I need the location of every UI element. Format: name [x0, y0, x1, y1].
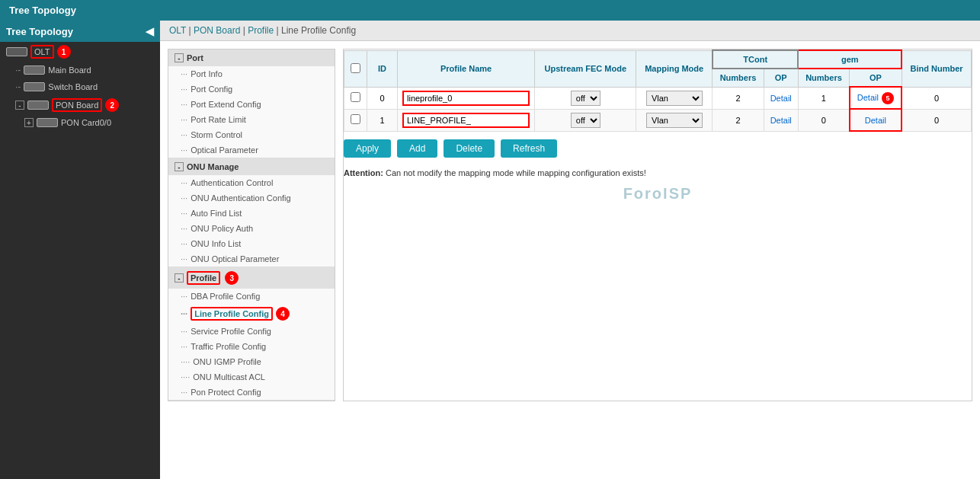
nav-port-extend-config[interactable]: ··· Port Extend Config [168, 97, 335, 112]
nav-onu-igmp-profile[interactable]: ···· ONU IGMP Profile [168, 354, 335, 369]
sidebar-collapse-button[interactable]: ◀ [146, 25, 154, 37]
port-expand-icon[interactable]: - [175, 53, 184, 62]
cell-gem-op-0[interactable]: Detail5 [850, 87, 902, 109]
nav-dot: ··· [181, 130, 187, 139]
cell-profile-name-1[interactable] [398, 109, 535, 131]
onu-manage-section-header: - ONU Manage [168, 158, 335, 175]
nav-line-profile-config[interactable]: ··· Line Profile Config 4 [168, 304, 335, 324]
tree-dot-icon2: ·- [15, 81, 21, 92]
tree-node-main-board[interactable]: ·- Main Board [0, 62, 160, 78]
sidebar: Tree Topology ◀ OLT 1 ·- Main Board ·- S… [0, 21, 160, 479]
mapping-select-0[interactable]: VlanGem PortTCI [646, 91, 703, 106]
nav-onu-auth-config-label: ONU Authentication Config [191, 193, 290, 203]
nav-port-rate-limit-label: Port Rate Limit [191, 115, 246, 124]
tcont-detail-link-1[interactable]: Detail [770, 116, 792, 125]
th-id-label: ID [378, 64, 386, 73]
app-header: Tree Topology [0, 0, 980, 21]
tree-node-olt[interactable]: OLT 1 [0, 42, 160, 62]
cell-fec-0[interactable]: offon [535, 87, 636, 109]
profile-section-header: - Profile 3 [168, 267, 335, 289]
add-button[interactable]: Add [397, 139, 437, 158]
nav-dot: ··· [181, 178, 187, 187]
cell-mapping-0[interactable]: VlanGem PortTCI [636, 87, 713, 109]
sidebar-title: Tree Topology [6, 26, 73, 37]
nav-port-config[interactable]: ··· Port Config [168, 81, 335, 97]
tree-node-switch-board[interactable]: ·- Switch Board [0, 78, 160, 95]
sidebar-header: Tree Topology ◀ [0, 21, 160, 42]
profile-name-input-0[interactable] [402, 91, 530, 106]
cell-tcont-op-1[interactable]: Detail [764, 109, 798, 131]
tree-node-pon-card[interactable]: + PON Card0/0 [0, 115, 160, 130]
nav-dot: ··· [181, 69, 187, 78]
breadcrumb-current: Line Profile Config [281, 25, 356, 36]
profile-expand-icon[interactable]: - [175, 273, 184, 283]
nav-auto-find-list[interactable]: ··· Auto Find List [168, 206, 335, 221]
breadcrumb-pon-board[interactable]: PON Board [194, 25, 240, 36]
row-checkbox-0[interactable] [351, 92, 360, 102]
cell-gem-op-1[interactable]: Detail [850, 109, 902, 131]
onu-manage-section: - ONU Manage ··· Authentication Control … [168, 158, 335, 267]
gem-detail-link-1[interactable]: Detail [865, 116, 886, 125]
nav-auth-control-label: Authentication Control [191, 178, 273, 187]
nav-onu-multicast-acl[interactable]: ···· ONU Multicast ACL [168, 369, 335, 385]
cell-fec-1[interactable]: offon [535, 109, 636, 131]
delete-button[interactable]: Delete [444, 139, 495, 158]
gem-detail-link-0[interactable]: Detail [857, 93, 879, 102]
apply-button[interactable]: Apply [344, 139, 391, 158]
row-checkbox-1[interactable] [351, 114, 360, 124]
nav-pon-protect-config[interactable]: ··· Pon Protect Config [168, 385, 335, 400]
nav-optical-parameter[interactable]: ··· Optical Parameter [168, 142, 335, 158]
tcont-detail-link-0[interactable]: Detail [770, 94, 792, 103]
nav-onu-policy-auth[interactable]: ··· ONU Policy Auth [168, 221, 335, 236]
cell-mapping-1[interactable]: VlanGem PortTCI [636, 109, 713, 131]
nav-dot: ··· [181, 327, 187, 336]
onu-manage-section-label: ONU Manage [187, 162, 239, 171]
nav-onu-info-list[interactable]: ··· ONU Info List [168, 236, 335, 251]
pon-board-expand-icon[interactable]: - [15, 101, 24, 110]
main-board-icon [24, 65, 45, 75]
nav-dot: ···· [181, 372, 190, 382]
action-buttons: Apply Add Delete Refresh [344, 132, 972, 165]
tree-node-pon-board[interactable]: - PON Board 2 [0, 95, 160, 115]
pon-board-label: PON Board [52, 98, 102, 112]
cell-profile-name-0[interactable] [398, 87, 535, 109]
nav-dba-profile-config[interactable]: ··· DBA Profile Config [168, 289, 335, 304]
cell-tcont-op-0[interactable]: Detail [764, 87, 798, 109]
pon-board-icon [27, 101, 49, 110]
app-title: Tree Topology [9, 5, 76, 16]
nav-traffic-profile-config[interactable]: ··· Traffic Profile Config [168, 339, 335, 354]
th-profile-name: Profile Name [398, 50, 535, 87]
content-inner: - Port ··· Port Info ··· Port Config [168, 49, 972, 401]
nav-onu-optical-param[interactable]: ··· ONU Optical Parameter [168, 251, 335, 267]
nav-onu-policy-auth-label: ONU Policy Auth [191, 224, 253, 233]
pon-card-expand-icon[interactable]: + [24, 118, 34, 127]
select-all-checkbox[interactable] [351, 63, 360, 73]
th-tcont-group: TCont [713, 50, 799, 69]
fec-select-0[interactable]: offon [571, 91, 600, 106]
nav-auth-control[interactable]: ··· Authentication Control [168, 175, 335, 190]
th-checkbox [344, 50, 367, 87]
nav-dot: ··· [181, 224, 187, 233]
fec-select-1[interactable]: offon [571, 113, 600, 128]
pon-card-label: PON Card0/0 [61, 118, 111, 127]
port-section: - Port ··· Port Info ··· Port Config [168, 49, 335, 158]
nav-service-profile-config[interactable]: ··· Service Profile Config [168, 324, 335, 339]
breadcrumb-olt[interactable]: OLT [169, 25, 186, 36]
nav-line-profile-config-label: Line Profile Config [191, 307, 273, 321]
nav-storm-control[interactable]: ··· Storm Control [168, 127, 335, 142]
th-gem-label: gem [841, 55, 859, 64]
attention-label: Attention: [344, 168, 383, 177]
left-nav: - Port ··· Port Info ··· Port Config [168, 49, 335, 401]
onu-manage-expand-icon[interactable]: - [175, 162, 184, 171]
th-tcont-numbers: Numbers [713, 69, 764, 87]
profile-name-input-1[interactable] [402, 113, 530, 128]
nav-port-info[interactable]: ··· Port Info [168, 66, 335, 81]
tree-dot-icon: ·- [15, 65, 21, 75]
refresh-button[interactable]: Refresh [501, 139, 557, 158]
nav-onu-auth-config[interactable]: ··· ONU Authentication Config [168, 190, 335, 206]
nav-port-rate-limit[interactable]: ··· Port Rate Limit [168, 112, 335, 127]
nav-service-profile-config-label: Service Profile Config [191, 327, 271, 336]
mapping-select-1[interactable]: VlanGem PortTCI [646, 113, 703, 128]
th-gem-numbers-label: Numbers [805, 73, 842, 82]
breadcrumb-profile[interactable]: Profile [248, 25, 274, 36]
